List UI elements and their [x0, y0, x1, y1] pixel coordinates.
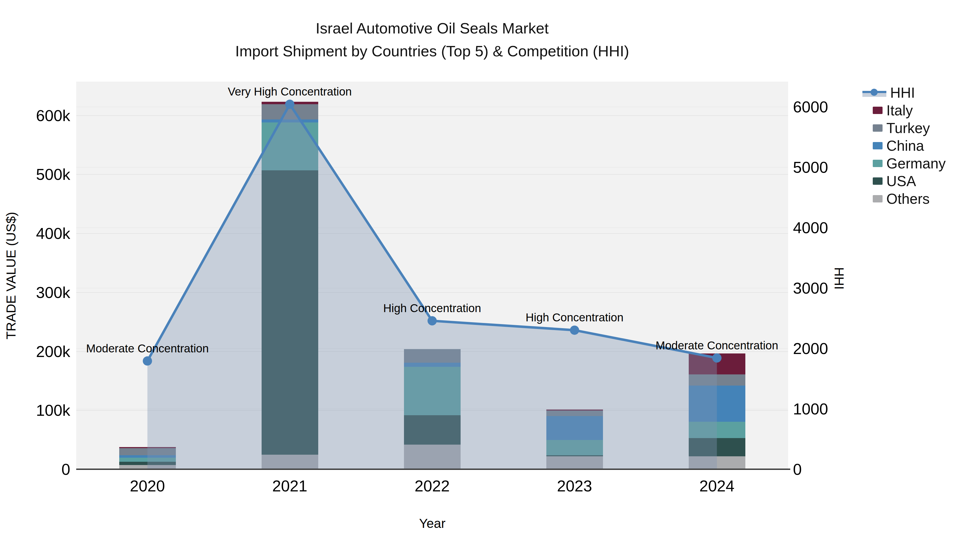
right-tick-3000: 3000 — [793, 279, 828, 297]
x-tick-2021: 2021 — [272, 477, 307, 495]
right-tick-2000: 2000 — [793, 339, 828, 357]
left-tick-300k: 300k — [2, 283, 70, 301]
legend-item-usa[interactable]: USA — [862, 172, 946, 190]
x-tick-2022: 2022 — [415, 477, 450, 495]
legend-label-turkey: Turkey — [886, 120, 930, 136]
hhi-marker-2022 — [428, 316, 437, 326]
hhi-marker-2021 — [285, 100, 294, 109]
left-tick-100k: 100k — [2, 401, 70, 419]
plot-area: Moderate ConcentrationVery High Concentr… — [76, 82, 788, 469]
legend-label-hhi: HHI — [890, 84, 915, 101]
hhi-legend-icon — [862, 89, 886, 97]
left-tick-400k: 400k — [2, 224, 70, 243]
right-tick-5000: 5000 — [793, 158, 828, 176]
legend-item-hhi[interactable]: HHI — [862, 84, 946, 102]
x-tick-2024: 2024 — [699, 477, 735, 495]
chart-container: Israel Automotive Oil Seals Market Impor… — [0, 0, 980, 551]
left-tick-500k: 500k — [2, 165, 70, 183]
turkey-swatch-icon — [873, 124, 883, 132]
annotation-2022: High Concentration — [383, 302, 481, 315]
hhi-legend-dot — [870, 89, 878, 96]
legend-label-germany: Germany — [886, 155, 946, 172]
x-axis-title: Year — [419, 516, 445, 531]
left-tick-0: 0 — [2, 460, 70, 478]
x-tick-2023: 2023 — [557, 477, 592, 495]
legend-label-italy: Italy — [886, 102, 913, 119]
china-swatch-icon — [873, 142, 883, 149]
germany-swatch-icon — [873, 160, 883, 167]
legend-item-china[interactable]: China — [862, 137, 946, 154]
x-tick-2020: 2020 — [130, 477, 165, 495]
hhi-marker-2020 — [143, 356, 152, 366]
hhi-area-fill — [148, 104, 717, 469]
legend-label-usa: USA — [886, 173, 916, 189]
left-tick-600k: 600k — [2, 106, 70, 124]
right-tick-0: 0 — [793, 460, 802, 478]
legend-item-germany[interactable]: Germany — [862, 154, 946, 172]
italy-swatch-icon — [873, 106, 883, 114]
annotation-2024: Moderate Concentration — [655, 339, 778, 352]
legend: HHIItalyTurkeyChinaGermanyUSAOthers — [862, 84, 946, 208]
left-tick-200k: 200k — [2, 342, 70, 360]
right-tick-4000: 4000 — [793, 219, 828, 237]
annotation-2020: Moderate Concentration — [86, 342, 209, 355]
legend-label-china: China — [886, 137, 924, 154]
annotation-2023: High Concentration — [526, 311, 624, 324]
legend-item-italy[interactable]: Italy — [862, 102, 946, 119]
right-tick-6000: 6000 — [793, 98, 828, 116]
hhi-marker-2024 — [713, 354, 722, 363]
x-axis-line — [76, 468, 790, 470]
legend-item-turkey[interactable]: Turkey — [862, 119, 946, 137]
chart-title-line2: Import Shipment by Countries (Top 5) & C… — [76, 40, 788, 63]
legend-label-others: Others — [886, 191, 930, 207]
legend-item-others[interactable]: Others — [862, 190, 946, 208]
usa-swatch-icon — [873, 178, 883, 185]
hhi-line-layer — [76, 82, 788, 469]
right-tick-1000: 1000 — [793, 400, 828, 418]
annotation-2021: Very High Concentration — [228, 85, 352, 98]
others-swatch-icon — [873, 195, 883, 202]
chart-title-line1: Israel Automotive Oil Seals Market — [76, 17, 788, 40]
hhi-marker-2023 — [570, 326, 579, 335]
right-axis-title: HHI — [832, 267, 846, 290]
chart-title: Israel Automotive Oil Seals Market Impor… — [76, 17, 788, 63]
